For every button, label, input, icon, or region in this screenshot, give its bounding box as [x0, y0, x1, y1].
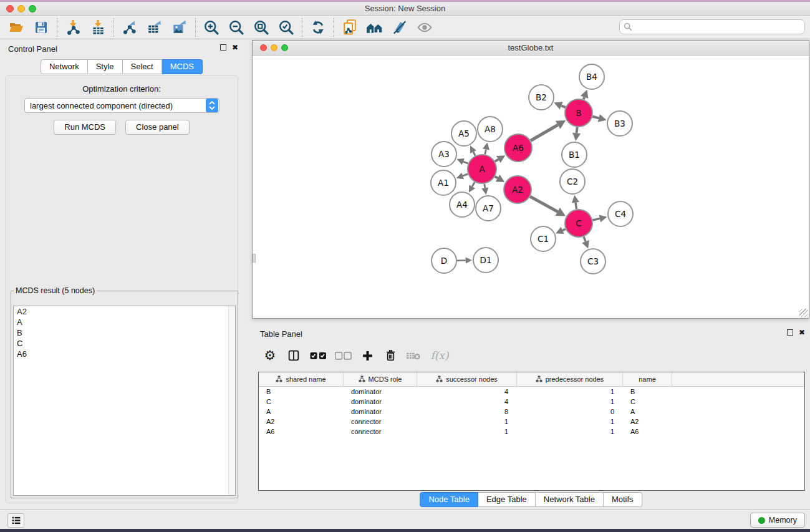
table-row[interactable]: Adominator80A	[259, 407, 804, 417]
canvas-scroll-thumb[interactable]	[253, 254, 256, 263]
zoom-selected-icon[interactable]	[274, 17, 299, 38]
refresh-icon[interactable]	[306, 17, 330, 38]
graph-edge-A-A7	[485, 184, 485, 188]
table-body: Bdominator41BCdominator41CAdominator80AA…	[259, 387, 804, 437]
graph-node-label-B3: B3	[614, 118, 625, 128]
mcds-result-legend: MCDS result (5 nodes)	[14, 286, 97, 295]
graph-edge-A6-B	[531, 125, 558, 140]
delete-column-trash-icon[interactable]	[379, 345, 402, 366]
graph-arrowhead	[572, 133, 581, 141]
close-table-panel-icon[interactable]: ✖	[799, 329, 805, 336]
table-panel-title: Table Panel	[260, 329, 302, 339]
graph-node-label-B1: B1	[569, 150, 580, 160]
graph-node-label-A4: A4	[456, 200, 468, 210]
zoom-in-icon[interactable]	[199, 17, 224, 38]
toggle-visibility-eye-icon[interactable]	[412, 17, 437, 38]
table-tab-motifs[interactable]: Motifs	[604, 492, 642, 507]
column-header-name[interactable]: name	[623, 372, 672, 386]
table-row[interactable]: Cdominator41C	[259, 397, 804, 407]
mcds-result-list[interactable]: A2ABCA6	[13, 306, 236, 496]
session-title: Session: New Session	[0, 4, 810, 13]
close-panel-icon[interactable]: ✖	[232, 44, 238, 51]
first-neighbors-home-icon[interactable]	[362, 17, 387, 38]
memory-button[interactable]: Memory	[750, 513, 805, 528]
graph-node-label-A2: A2	[512, 185, 523, 195]
graph-node-label-B: B	[576, 108, 581, 118]
network-canvas[interactable]: AA2A6BCA1A3A4A5A7A8B1B2B3B4C1C2C3C4DD1	[253, 56, 809, 318]
mcds-result-item[interactable]: B	[14, 327, 235, 338]
mcds-panel: Optimization criterion: largest connecte…	[5, 75, 238, 503]
table-options-gear-icon[interactable]: ⚙	[258, 345, 282, 366]
zoom-out-icon[interactable]	[224, 17, 249, 38]
table-tab-node-table[interactable]: Node Table	[420, 492, 478, 507]
table-row[interactable]: A6connector11A6	[259, 427, 804, 437]
search-icon	[624, 22, 632, 31]
scrollbar[interactable]	[228, 306, 235, 495]
table-row[interactable]: A2connector11A2	[259, 417, 804, 427]
graph-edge-B-B2	[561, 105, 566, 107]
task-list-icon	[11, 516, 21, 525]
graph-arrowhead	[481, 187, 488, 195]
graph-edge-A-A2	[495, 177, 498, 178]
tab-select[interactable]: Select	[123, 59, 162, 74]
search-input[interactable]	[635, 22, 804, 32]
import-table-icon[interactable]	[85, 17, 110, 38]
close-panel-button[interactable]: Close panel	[125, 120, 190, 135]
table-row[interactable]: Bdominator41B	[259, 387, 804, 397]
mcds-result-box: MCDS result (5 nodes) A2ABCA6	[11, 286, 238, 498]
float-table-panel-icon[interactable]	[787, 329, 793, 336]
mcds-result-item[interactable]: C	[14, 338, 235, 349]
export-network-icon[interactable]	[117, 17, 142, 38]
float-panel-icon[interactable]	[220, 44, 226, 51]
search-field[interactable]	[619, 19, 805, 34]
tab-network[interactable]: Network	[41, 59, 88, 74]
table-tab-network-table[interactable]: Network Table	[536, 492, 604, 507]
clone-network-icon[interactable]	[337, 17, 362, 38]
deselect-all-columns-icon[interactable]	[330, 345, 355, 366]
optimization-criterion-select[interactable]: largest connected component (directed)	[24, 98, 219, 113]
graph-edge-C-C4	[592, 218, 599, 220]
graph-edge-B-B1	[577, 127, 577, 133]
open-file-icon[interactable]	[4, 17, 29, 38]
save-session-icon[interactable]	[29, 17, 54, 38]
export-table-icon[interactable]	[142, 17, 167, 38]
mcds-result-item[interactable]: A	[14, 317, 235, 327]
column-selector-icon[interactable]	[282, 345, 306, 366]
node-table: shared nameMCDS rolesuccessor nodesprede…	[258, 372, 805, 491]
optimization-criterion-label: Optimization criterion:	[6, 84, 238, 94]
selected-criterion: largest connected component (directed)	[25, 101, 206, 110]
graph-edge-A-A8	[485, 149, 486, 154]
tab-mcds[interactable]: MCDS	[162, 59, 203, 74]
column-header-shared-name[interactable]: shared name	[259, 372, 344, 386]
column-header-successor-nodes[interactable]: successor nodes	[417, 372, 517, 386]
table-tab-edge-table[interactable]: Edge Table	[478, 492, 536, 507]
network-window-titlebar[interactable]: testGlobe.txt	[253, 41, 809, 56]
network-window-title: testGlobe.txt	[253, 43, 809, 52]
network-view-window: testGlobe.txt AA2A6BCA1A3A4A5A7A8B1B2B3B…	[252, 40, 809, 319]
zoom-fit-icon[interactable]	[249, 17, 274, 38]
tab-style[interactable]: Style	[88, 59, 123, 74]
control-panel-title: Control Panel	[8, 44, 57, 54]
toggle-style-icon[interactable]	[387, 17, 412, 38]
graph-node-label-C4: C4	[615, 209, 626, 219]
column-header-MCDS-role[interactable]: MCDS role	[344, 372, 417, 386]
column-header-predecessor-nodes[interactable]: predecessor nodes	[517, 372, 623, 386]
export-image-icon[interactable]	[167, 17, 192, 38]
mcds-result-item[interactable]: A2	[14, 306, 235, 317]
import-network-icon[interactable]	[60, 17, 85, 38]
memory-status-icon	[758, 517, 765, 524]
run-mcds-button[interactable]: Run MCDS	[54, 120, 116, 135]
select-all-columns-icon[interactable]	[306, 345, 330, 366]
mcds-result-item[interactable]: A6	[14, 349, 235, 359]
graph-edge-C-C3	[584, 237, 586, 242]
toolbar-separator	[113, 18, 114, 37]
graph-node-label-A: A	[479, 164, 485, 174]
main-toolbar	[0, 16, 810, 39]
graph-node-label-A1: A1	[438, 178, 449, 188]
resize-grip[interactable]	[799, 309, 808, 317]
attribute-icon	[359, 375, 365, 384]
table-header-row: shared nameMCDS rolesuccessor nodesprede…	[259, 372, 804, 387]
task-history-button[interactable]	[7, 513, 24, 528]
add-column-icon[interactable]	[355, 345, 379, 366]
attribute-icon	[436, 375, 443, 384]
